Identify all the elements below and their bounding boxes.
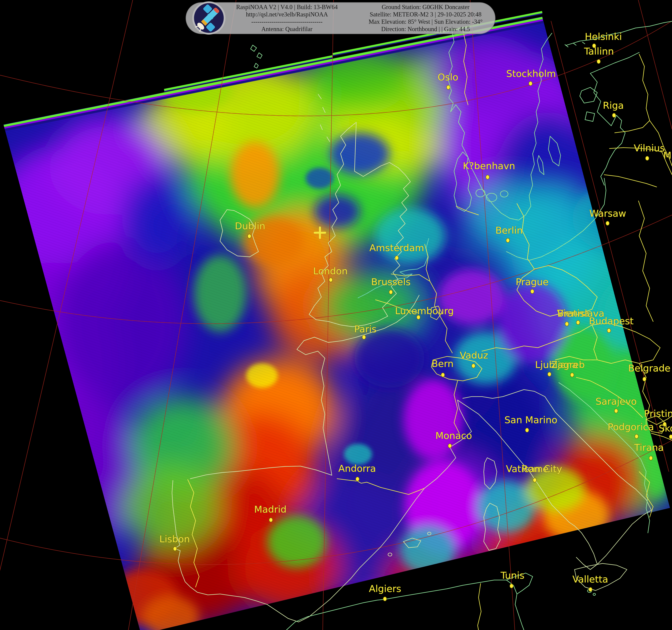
city-label-rome: Rome [522,463,549,474]
city-label-tallinn: Tallinn [584,46,614,57]
city-dot-warsaw [606,221,609,225]
city-dot-tunis [510,584,513,588]
satellite-map-scene: HelsinkiTallinnStockholmOsloRigaVilniusM… [0,0,672,630]
city-label-monaco: Monaco [435,430,472,441]
city-label-lisbon: Lisbon [160,534,190,544]
city-dot-belgrade [643,377,646,381]
city-dot-bratislava [576,321,580,325]
city-dot-bern [441,373,445,377]
banner-ground-station: Ground Station: G0GHK Doncaster [356,3,495,11]
city-label-sarajevo: Sarajevo [596,396,637,407]
city-label-berlin: Berlin [496,225,523,236]
banner-antenna: Antenna: Quadrifilar [218,25,356,33]
city-dot-prague [531,289,534,294]
city-label-riga: Riga [603,100,624,111]
banner-satellite-pass: Satellite: METEOR-M2 3 | 29-10-2025 20:4… [356,11,495,18]
city-label-bern: Bern [432,358,454,369]
city-label-tirana: Tirana [634,442,664,453]
city-label-dublin: Dublin [235,220,265,232]
city-dot-vaduz [472,364,475,368]
city-label-luxembourg: Luxembourg [395,305,454,317]
city-dot-kobenhavn [486,175,489,179]
banner-elevation: Max Elevation: 85° West | Sun Elevation:… [356,18,495,25]
city-dot-lisbon [173,547,177,551]
city-dot-berlin [506,238,510,242]
city-dot-zagreb [570,373,574,377]
city-label-kobenhavn: K?benhavn [463,160,515,171]
city-label-skopje: Skopje [659,423,672,434]
city-label-prague: Prague [516,276,549,287]
banner-url: http://qsl.net/ve3elb/RaspiNOAA [218,11,356,18]
city-label-oslo: Oslo [438,72,458,83]
city-dot-madrid [269,518,272,522]
city-dot-london [329,278,333,282]
city-dot-stockholm [529,81,532,86]
city-dot-brussels [389,290,392,294]
city-label-vilnius: Vilnius [634,143,665,154]
banner-right-column: Ground Station: G0GHK Doncaster Satellit… [356,3,495,33]
info-banner: RaspiNOAA V2 | V4.0 | Build: 13-BW64 htt… [186,2,496,34]
city-label-brussels: Brussels [371,276,411,287]
city-label-tunis: Tunis [501,570,524,581]
banner-divider: ----------------------------------- [218,18,356,25]
city-label-podgorica: Podgorica [607,421,654,433]
city-label-budapest: Budapest [589,316,633,327]
city-label-stockholm: Stockholm [506,68,556,79]
city-label-paris: Paris [354,324,377,334]
city-dot-vilnius [645,156,649,160]
city-dot-paris [362,335,366,339]
city-dot-sarajevo [615,409,618,413]
city-dot-oslo [447,85,450,90]
city-dot-ljubljana [548,372,551,376]
city-dot-podgorica [635,434,638,439]
city-label-valletta: Valletta [573,574,608,585]
city-label-zagreb: Zagreb [551,359,585,370]
city-label-vaduz: Vaduz [460,350,488,361]
city-dot-san-marino [525,428,529,432]
city-dot-amsterdam [395,256,399,260]
city-dot-valletta [589,587,592,591]
city-dot-monaco [448,444,452,448]
satellite-capture-stage: HelsinkiTallinnStockholmOsloRigaVilniusM… [0,0,672,630]
raspinoaa-logo [187,0,230,40]
banner-app-version: RaspiNOAA V2 | V4.0 | Build: 13-BW64 [218,3,356,11]
city-dot-dublin [248,234,251,238]
city-label-pristina: Pristina [644,408,672,419]
city-dot-skopje [669,435,672,439]
city-label-madrid: Madrid [254,504,286,515]
city-label-andorra: Andorra [338,463,376,474]
banner-direction-gain: Direction: Northbound | | Gain: 44.5 [356,25,495,33]
city-label-algiers: Algiers [369,583,401,594]
city-label-london: London [313,265,348,277]
city-label-warsaw: Warsaw [590,208,626,219]
city-label-helsinki: Helsinki [585,31,622,42]
city-dot-vienna [565,322,569,326]
city-label-belgrade: Belgrade [628,363,670,374]
city-dot-algiers [383,597,387,601]
city-label-amsterdam: Amsterdam [369,242,424,253]
city-dot-tallinn [597,60,600,64]
city-label-san-marino: San Marino [505,414,557,425]
city-dot-tirana [649,456,653,460]
banner-left-column: RaspiNOAA V2 | V4.0 | Build: 13-BW64 htt… [218,3,356,33]
city-dot-andorra [356,477,359,481]
city-dot-budapest [607,328,611,333]
city-dot-riga [612,113,616,117]
city-dot-rome [533,478,536,482]
city-label-minsk: Minsk [663,150,672,161]
